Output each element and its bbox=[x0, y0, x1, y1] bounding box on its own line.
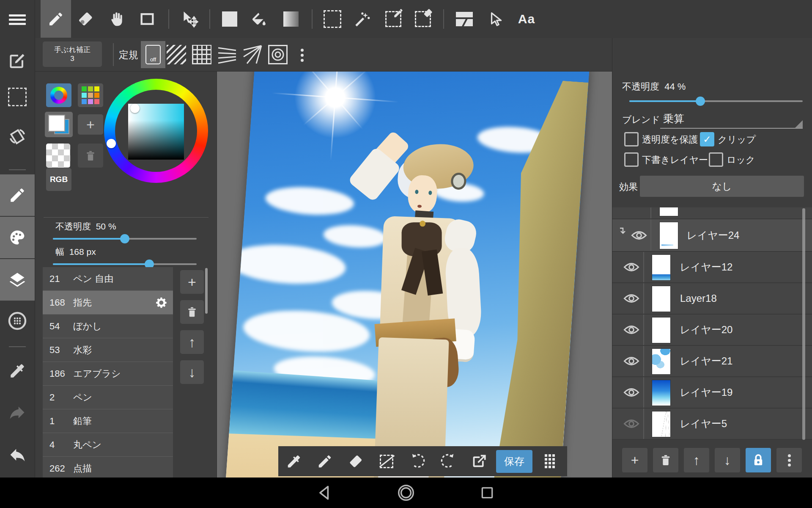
effect-button[interactable]: なし bbox=[640, 176, 804, 197]
layer-visibility-toggle[interactable] bbox=[623, 418, 639, 429]
blend-dropdown[interactable] bbox=[660, 128, 803, 129]
quick-export-button[interactable] bbox=[464, 453, 494, 470]
ruler-diagonal-button[interactable] bbox=[167, 45, 186, 64]
stabilizer-button[interactable]: 手ぶれ補正 3 bbox=[43, 41, 102, 67]
quick-pen-button[interactable] bbox=[309, 453, 340, 469]
layer-move-up-button[interactable]: ↑ bbox=[684, 448, 709, 472]
panel-divide-tool[interactable] bbox=[451, 0, 478, 38]
artwork-canvas[interactable] bbox=[222, 72, 590, 478]
brush-item[interactable]: 53 水彩 bbox=[43, 338, 173, 362]
brush-item[interactable]: 54 ぼかし bbox=[43, 315, 173, 338]
quick-eraser-button[interactable] bbox=[340, 453, 371, 469]
add-layer-button[interactable]: + bbox=[622, 448, 647, 472]
foreground-background-swatch[interactable] bbox=[45, 112, 73, 137]
add-brush-button[interactable]: + bbox=[180, 270, 204, 294]
brush-item[interactable]: 21 ペン 自由 bbox=[43, 267, 173, 291]
brush-move-down-button[interactable]: ↓ bbox=[180, 360, 204, 384]
layer-visibility-toggle[interactable] bbox=[623, 387, 639, 398]
nav-recents-button[interactable] bbox=[475, 480, 500, 505]
ruler-off-button[interactable]: off bbox=[141, 41, 165, 68]
brush-item[interactable]: 1 鉛筆 bbox=[43, 409, 173, 433]
delete-brush-button[interactable] bbox=[180, 300, 204, 324]
transform-tool[interactable] bbox=[176, 0, 203, 38]
select-rect-tool[interactable] bbox=[319, 0, 346, 38]
pointer-tool[interactable] bbox=[482, 0, 509, 38]
brush-width-slider[interactable] bbox=[53, 263, 197, 265]
layer-row[interactable]: レイヤー5 bbox=[612, 409, 812, 440]
sidebar-color-panel-button[interactable] bbox=[0, 217, 35, 258]
layer-visibility-toggle[interactable] bbox=[623, 262, 639, 273]
sidebar-layers-panel-button[interactable] bbox=[0, 259, 35, 301]
text-tool[interactable]: Aa bbox=[513, 0, 540, 38]
protect-alpha-checkbox[interactable] bbox=[624, 132, 639, 146]
undo-button[interactable] bbox=[0, 440, 35, 471]
redo-button[interactable] bbox=[0, 398, 35, 428]
layer-move-down-button[interactable]: ↓ bbox=[715, 448, 740, 472]
color-wheel-tab[interactable] bbox=[46, 83, 71, 107]
layer-row[interactable]: Layer18 bbox=[612, 283, 812, 315]
fill-square-tool[interactable] bbox=[216, 0, 243, 38]
layer-visibility-toggle[interactable] bbox=[623, 293, 639, 304]
quick-redo-button[interactable] bbox=[433, 453, 464, 470]
layer-row[interactable]: レイヤー21 bbox=[612, 346, 812, 377]
brush-opacity-slider[interactable] bbox=[53, 238, 197, 240]
ruler-grid-button[interactable] bbox=[192, 45, 211, 64]
layer-row[interactable]: レイヤー19 bbox=[612, 377, 812, 409]
sv-handle[interactable] bbox=[130, 104, 140, 113]
eraser-tool[interactable] bbox=[72, 0, 99, 38]
new-canvas-button[interactable] bbox=[0, 46, 35, 76]
brush-item-selected[interactable]: 168 指先 bbox=[43, 291, 173, 315]
brush-item[interactable]: 2 ペン bbox=[43, 386, 173, 409]
add-color-button[interactable]: + bbox=[78, 114, 103, 135]
shape-tool[interactable] bbox=[134, 0, 161, 38]
layer-visibility-toggle[interactable] bbox=[623, 324, 639, 335]
ruler-concentric-button[interactable] bbox=[268, 45, 288, 64]
layer-visibility-toggle[interactable] bbox=[631, 230, 647, 241]
clip-checkbox[interactable]: ✓ bbox=[700, 132, 714, 146]
select-tool-button[interactable] bbox=[0, 82, 35, 112]
quick-grid-button[interactable] bbox=[534, 454, 565, 468]
draft-layer-checkbox[interactable] bbox=[624, 152, 639, 167]
layer-lock-button[interactable] bbox=[746, 448, 771, 472]
nav-back-button[interactable] bbox=[312, 480, 337, 505]
hue-handle[interactable] bbox=[107, 139, 116, 148]
layer-row-partial[interactable] bbox=[612, 207, 812, 219]
color-palette-tab[interactable] bbox=[78, 83, 103, 107]
transparent-color-swatch[interactable] bbox=[46, 144, 70, 168]
gradient-tool[interactable] bbox=[277, 0, 304, 38]
delete-color-button[interactable] bbox=[78, 144, 103, 168]
quick-deselect-button[interactable] bbox=[371, 453, 402, 469]
layer-row[interactable]: レイヤー20 bbox=[612, 315, 812, 346]
quick-eyedropper-button[interactable] bbox=[278, 453, 309, 469]
save-button[interactable]: 保存 bbox=[496, 450, 532, 473]
rotate-canvas-button[interactable] bbox=[0, 121, 35, 152]
canvas-area[interactable]: 保存 bbox=[217, 72, 612, 478]
sidebar-brush-panel-button[interactable] bbox=[0, 174, 35, 216]
layer-row[interactable]: レイヤー12 bbox=[612, 252, 812, 283]
sidebar-eyedropper-button[interactable] bbox=[0, 356, 35, 386]
menu-button[interactable] bbox=[0, 8, 35, 31]
layer-row-selected[interactable]: レイヤー24 bbox=[612, 219, 812, 252]
lock-checkbox[interactable] bbox=[709, 152, 723, 167]
quick-undo-button[interactable] bbox=[402, 453, 433, 470]
layer-more-button[interactable] bbox=[776, 448, 802, 472]
brush-item[interactable]: 262 点描 bbox=[43, 457, 173, 478]
brush-item[interactable]: 4 丸ペン bbox=[43, 433, 173, 457]
magic-wand-tool[interactable] bbox=[348, 0, 376, 38]
sidebar-materials-button[interactable] bbox=[0, 306, 35, 336]
pen-tool[interactable] bbox=[41, 0, 71, 38]
hand-tool[interactable] bbox=[103, 0, 130, 38]
delete-layer-button[interactable] bbox=[653, 448, 678, 472]
select-pen-tool[interactable] bbox=[380, 0, 407, 38]
brush-move-up-button[interactable]: ↑ bbox=[180, 330, 204, 354]
layer-opacity-slider[interactable] bbox=[629, 100, 803, 102]
brush-item[interactable]: 186 エアブラシ bbox=[43, 362, 173, 386]
brush-settings-icon[interactable] bbox=[155, 296, 168, 309]
brush-list-scrollbar[interactable] bbox=[205, 268, 208, 314]
layer-list-scrollbar[interactable] bbox=[802, 208, 805, 440]
nav-home-button[interactable] bbox=[393, 480, 419, 505]
layer-visibility-toggle[interactable] bbox=[623, 356, 639, 367]
ruler-vanishing-button[interactable] bbox=[243, 45, 262, 64]
rgb-mode-button[interactable]: RGB bbox=[46, 168, 71, 191]
bucket-tool[interactable] bbox=[245, 0, 272, 38]
